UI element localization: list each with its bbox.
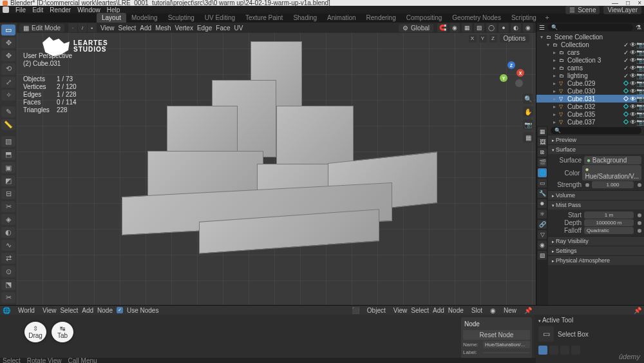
face-select[interactable]: ▪ bbox=[88, 23, 97, 32]
outliner-row-root[interactable]: ▾🗀Scene Collection bbox=[536, 33, 644, 41]
new-button[interactable]: New bbox=[500, 306, 520, 315]
3d-viewport[interactable]: ▦ Edit Mode · / ▪ View Select Add Mesh V… bbox=[17, 23, 536, 305]
axis-y-toggle[interactable]: Y bbox=[479, 35, 487, 43]
mist-depth-value[interactable]: 1000000 m bbox=[584, 219, 634, 226]
vp-menu-view[interactable]: View bbox=[100, 25, 115, 32]
prop-modifier-icon[interactable]: 🔧 bbox=[538, 189, 547, 198]
tool-extrude[interactable]: ⬒ bbox=[1, 149, 15, 160]
hand-icon[interactable]: ✋ bbox=[523, 106, 533, 117]
obj-area-icon[interactable]: ⬛ bbox=[352, 307, 359, 314]
snap-icon[interactable]: 🧲 bbox=[437, 23, 448, 32]
tool-move[interactable]: ✥ bbox=[1, 50, 15, 61]
tool-knife[interactable]: ✂ bbox=[1, 201, 15, 212]
zoom-icon[interactable]: 🔍 bbox=[523, 93, 533, 104]
outliner-row-cube029[interactable]: ▸▽Cube.029👁📷 bbox=[536, 79, 644, 87]
prop-physics-icon[interactable]: ⚛ bbox=[538, 210, 547, 219]
vp-menu-uv[interactable]: UV bbox=[234, 25, 243, 32]
panel-head-volume[interactable]: Volume bbox=[548, 191, 644, 200]
tool-rotate[interactable]: ⟲ bbox=[1, 63, 15, 74]
menu-edit[interactable]: Edit bbox=[32, 6, 43, 14]
tool-shrink[interactable]: ⊙ bbox=[1, 266, 15, 277]
mode-new-icon[interactable] bbox=[538, 346, 547, 355]
tool-spin[interactable]: ◐ bbox=[1, 227, 15, 238]
prop-edit-icon[interactable]: ◉ bbox=[450, 23, 460, 32]
tool-polybuild[interactable]: ◈ bbox=[1, 214, 15, 225]
tab-uvediting[interactable]: UV Editing bbox=[200, 13, 240, 23]
tab-animation[interactable]: Animation bbox=[322, 13, 361, 23]
outliner-filter-icon[interactable]: ⚗ bbox=[636, 24, 641, 31]
outliner-row-lighting[interactable]: ▸🗀lighting✓👁📷 bbox=[536, 72, 644, 79]
outliner-row-cube037[interactable]: ▸▽Cube.037👁📷 bbox=[536, 118, 644, 126]
tab-layout[interactable]: Layout bbox=[97, 13, 126, 23]
outliner-row-cube031[interactable]: ▸▽Cube.031👁📷 bbox=[536, 95, 644, 103]
outliner-row-collection3[interactable]: ▸🗀Collection 3✓👁📷 bbox=[536, 56, 644, 64]
prop-particles-icon[interactable]: ✸ bbox=[538, 199, 547, 208]
vp-menu-vertex[interactable]: Vertex bbox=[175, 25, 193, 32]
panel-head-settings[interactable]: Settings bbox=[548, 246, 644, 255]
outliner-row-cube030[interactable]: ▸▽Cube.030👁📷 bbox=[536, 87, 644, 95]
pin-icon[interactable]: 📌 bbox=[524, 307, 532, 314]
perspective-icon[interactable]: ▦ bbox=[523, 132, 533, 142]
mist-start-value[interactable]: 1 m bbox=[584, 211, 634, 219]
ne-menu-select[interactable]: Select bbox=[60, 307, 78, 314]
options-dropdown[interactable]: Options bbox=[500, 34, 529, 43]
outliner-row-cube032[interactable]: ▸▽Cube.032👁📷 bbox=[536, 103, 644, 110]
reset-node-button[interactable]: Reset Node bbox=[463, 330, 530, 340]
tool-smooth[interactable]: ∿ bbox=[1, 240, 15, 251]
outliner-row-cams[interactable]: ▸🗀cams✓👁📷 bbox=[536, 64, 644, 72]
tool-transform[interactable]: ✧ bbox=[1, 90, 15, 101]
menu-render[interactable]: Render bbox=[50, 6, 71, 14]
shading-preview-icon[interactable]: ◐ bbox=[511, 23, 521, 32]
overlays-icon[interactable]: ▦ bbox=[462, 23, 472, 32]
tab-compositing[interactable]: Compositing bbox=[401, 13, 448, 23]
prop-scene-icon[interactable]: 🎬 bbox=[538, 158, 547, 167]
camera-icon[interactable]: 📷 bbox=[523, 119, 533, 130]
outliner-row-cars[interactable]: ▸🗀cars✓👁📷 bbox=[536, 48, 644, 56]
tool-measure[interactable]: 📏 bbox=[1, 119, 15, 130]
viewlayer-selector[interactable]: ViewLayer bbox=[603, 6, 641, 14]
tool-shear[interactable]: ⬔ bbox=[1, 279, 15, 290]
tab-scripting[interactable]: Scripting bbox=[506, 13, 542, 23]
tab-sculpting[interactable]: Sculpting bbox=[163, 13, 200, 23]
vp-menu-mesh[interactable]: Mesh bbox=[155, 25, 171, 32]
world-selector[interactable]: World bbox=[14, 306, 39, 315]
menu-file[interactable]: File bbox=[15, 6, 26, 14]
vp-menu-face[interactable]: Face bbox=[216, 25, 230, 32]
prop-object-icon[interactable]: ▭ bbox=[538, 179, 547, 188]
prop-material-icon[interactable]: ◉ bbox=[538, 240, 547, 250]
mode-selector[interactable]: ▦ Edit Mode bbox=[19, 24, 64, 32]
tool-edgeslide[interactable]: ⇄ bbox=[1, 253, 15, 264]
active-tool-head[interactable]: Active Tool bbox=[538, 317, 640, 324]
tool-loopcut[interactable]: ⊟ bbox=[1, 188, 15, 199]
node-sidebar-head[interactable]: Node bbox=[463, 319, 530, 329]
tab-texturepaint[interactable]: Texture Paint bbox=[240, 13, 288, 23]
panel-head-mist[interactable]: Mist Pass bbox=[548, 201, 644, 210]
panel-head-physatm[interactable]: Physical Atmosphere bbox=[548, 256, 644, 265]
shading-wireframe-icon[interactable]: ◯ bbox=[486, 23, 497, 32]
ne2-menu-add[interactable]: Add bbox=[433, 307, 444, 314]
mode-sub-icon[interactable] bbox=[560, 346, 569, 355]
menu-help[interactable]: Help bbox=[107, 6, 120, 14]
panel-head-surface[interactable]: Surface bbox=[548, 145, 644, 154]
panel-head-preview[interactable]: Preview bbox=[548, 135, 644, 144]
tool-cursor[interactable]: ✥ bbox=[1, 37, 15, 48]
use-nodes-check[interactable]: ✓ bbox=[117, 307, 123, 313]
node-name-value[interactable]: Hue/Saturation/... bbox=[483, 341, 530, 348]
tool-select[interactable]: ▭ bbox=[1, 25, 15, 35]
vp-menu-edge[interactable]: Edge bbox=[197, 25, 212, 32]
vp-menu-select[interactable]: Select bbox=[118, 25, 137, 32]
gizmo-z[interactable]: Z bbox=[507, 61, 515, 69]
axis-z-toggle[interactable]: Z bbox=[489, 35, 497, 43]
node-editor[interactable]: Node Reset Node Name:Hue/Saturation/... … bbox=[0, 315, 535, 363]
outliner-search[interactable]: 🔍 bbox=[547, 24, 633, 31]
shading-rendered-icon[interactable]: ◉ bbox=[523, 23, 533, 32]
mist-falloff-value[interactable]: Quadratic bbox=[584, 227, 634, 234]
obj-selector[interactable]: Object bbox=[363, 306, 390, 315]
prop-search[interactable]: 🔍 bbox=[551, 127, 641, 134]
edge-select[interactable]: / bbox=[78, 23, 87, 32]
mode-add-icon[interactable] bbox=[549, 346, 558, 355]
gizmo-neg[interactable] bbox=[515, 79, 523, 87]
shading-solid-icon[interactable]: ● bbox=[498, 23, 509, 32]
tool-scale[interactable]: ⤢ bbox=[1, 77, 15, 88]
pin-icon2[interactable]: 📌 bbox=[634, 307, 641, 314]
